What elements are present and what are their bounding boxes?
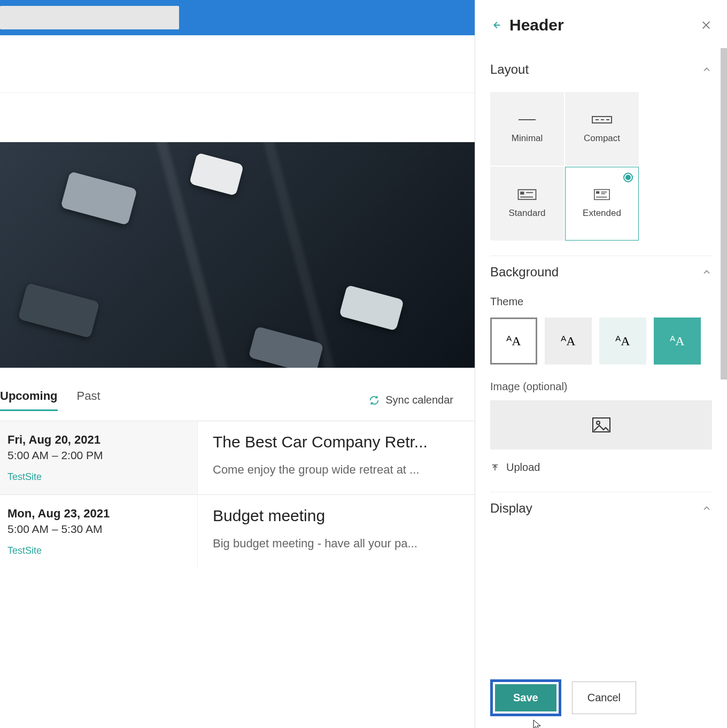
theme-options: ᴬA ᴬA ᴬA ᴬA [490, 317, 712, 365]
search-input[interactable] [0, 6, 179, 29]
panel-footer: Save Cancel [475, 668, 727, 728]
event-time: 5:00 AM – 5:30 AM [7, 523, 187, 536]
selected-radio-icon [623, 173, 633, 182]
cursor-icon [532, 719, 542, 728]
svg-point-15 [597, 421, 600, 424]
layout-option-standard[interactable]: Standard [490, 167, 564, 241]
chevron-up-icon [701, 64, 712, 75]
svg-rect-6 [520, 192, 524, 195]
tab-upcoming[interactable]: Upcoming [0, 389, 58, 411]
image-picker[interactable] [490, 400, 712, 450]
svg-rect-10 [596, 191, 599, 194]
section-background-header[interactable]: Background [490, 255, 712, 288]
compact-icon [590, 114, 614, 126]
event-date: Fri, Aug 20, 2021 [7, 433, 187, 447]
event-title: Budget meeting [213, 507, 460, 525]
event-date: Mon, Aug 23, 2021 [7, 507, 187, 521]
events-list: Fri, Aug 20, 2021 5:00 AM – 2:00 PM Test… [0, 421, 475, 568]
chevron-up-icon [701, 267, 712, 277]
event-row[interactable]: Mon, Aug 23, 2021 5:00 AM – 5:30 AM Test… [0, 494, 475, 568]
panel-scrollbar[interactable] [721, 48, 727, 380]
svg-rect-9 [594, 190, 609, 200]
layout-option-label: Standard [509, 208, 546, 219]
main-content: Upcoming Past Sync calendar Fri, Aug 20,… [0, 0, 475, 728]
upload-label: Upload [506, 461, 540, 474]
cancel-button[interactable]: Cancel [572, 681, 636, 714]
extended-icon [590, 189, 614, 200]
panel-title: Header [509, 16, 693, 34]
layout-option-minimal[interactable]: Minimal [490, 92, 564, 166]
header-spacer-2 [0, 93, 475, 142]
save-button-highlight: Save [490, 679, 561, 716]
event-time: 5:00 AM – 2:00 PM [7, 449, 187, 462]
event-tabs: Upcoming Past [0, 389, 100, 411]
layout-option-label: Compact [584, 133, 620, 144]
layout-option-compact[interactable]: Compact [565, 92, 639, 166]
top-bar [0, 0, 475, 35]
close-icon[interactable] [700, 19, 712, 31]
image-icon [592, 417, 611, 433]
upload-button[interactable]: Upload [490, 461, 712, 474]
theme-option-white[interactable]: ᴬA [490, 317, 537, 365]
hero-image [0, 142, 475, 368]
settings-panel: Header Layout Minimal Compact [475, 0, 727, 728]
sync-icon [368, 394, 380, 406]
layout-option-label: Extended [583, 208, 621, 219]
standard-icon [515, 189, 539, 200]
section-background-label: Background [490, 265, 559, 280]
chevron-up-icon [701, 503, 712, 514]
upload-icon [490, 463, 500, 473]
sync-label: Sync calendar [385, 394, 453, 406]
event-title: The Best Car Company Retr... [213, 433, 460, 451]
theme-option-gray[interactable]: ᴬA [545, 317, 592, 365]
header-spacer-1 [0, 35, 475, 93]
sync-calendar-button[interactable]: Sync calendar [368, 394, 453, 406]
layout-option-label: Minimal [512, 133, 543, 144]
section-layout-label: Layout [490, 62, 529, 77]
back-arrow-icon[interactable] [490, 19, 502, 31]
event-site-link[interactable]: TestSite [7, 471, 187, 483]
section-display-label: Display [490, 501, 532, 516]
event-site-link[interactable]: TestSite [7, 545, 187, 556]
tab-past[interactable]: Past [77, 389, 100, 411]
section-layout-header[interactable]: Layout [490, 57, 712, 86]
event-desc: Big budget meeting - have all your pa... [213, 537, 460, 551]
layout-options: Minimal Compact Standard Extended [490, 92, 712, 241]
theme-option-light[interactable]: ᴬA [599, 317, 646, 365]
event-desc: Come enjoy the group wide retreat at ... [213, 463, 460, 477]
minimal-icon [515, 114, 539, 126]
theme-option-accent[interactable]: ᴬA [654, 317, 701, 365]
event-row[interactable]: Fri, Aug 20, 2021 5:00 AM – 2:00 PM Test… [0, 421, 475, 494]
save-button[interactable]: Save [495, 684, 556, 711]
theme-label: Theme [490, 296, 712, 308]
image-label: Image (optional) [490, 381, 712, 393]
section-display-header[interactable]: Display [490, 492, 712, 524]
layout-option-extended[interactable]: Extended [565, 167, 639, 241]
